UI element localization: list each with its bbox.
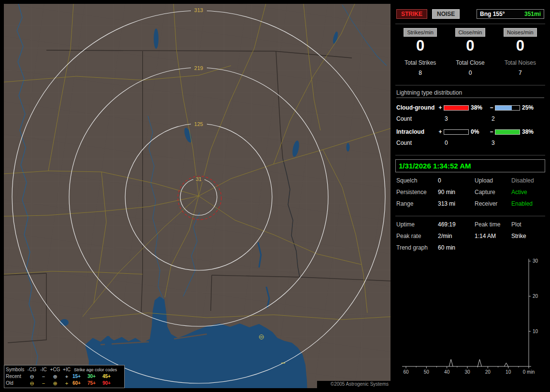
age-code-15: 15+ xyxy=(72,373,87,380)
session-row-1: Uptime 469:19 Peak time Plot xyxy=(396,221,544,228)
peak-time-label: Peak time xyxy=(475,221,511,228)
age-code-60: 60+ xyxy=(72,380,87,387)
neg-ic-recent-icon: − xyxy=(38,373,49,380)
neg-cg-old-icon: ⊖ xyxy=(26,380,38,387)
pos-cg-old-icon: ⊕ xyxy=(49,380,61,387)
range-ring-label: 219 xyxy=(194,65,203,71)
count-label: Count xyxy=(396,140,445,146)
age-code-90: 90+ xyxy=(102,380,117,387)
capture-label: Capture xyxy=(475,189,511,196)
trend-spike xyxy=(449,359,453,366)
legend-col-neg-cg: -CG xyxy=(26,366,38,373)
trend-window-value: 60 min xyxy=(438,244,475,251)
legend-recent-row: Recent ⊖ − ⊕ + 15+ 30+ 45+ xyxy=(6,373,123,380)
legend-header-row: Symbols -CG -IC +CG +IC Strike age color… xyxy=(6,366,123,373)
total-noises-value: 7 xyxy=(495,70,545,76)
lake xyxy=(154,28,159,49)
ic-negative-pct: 38% xyxy=(522,128,539,135)
total-close-label: Total Close xyxy=(445,59,495,66)
plus-sign: + xyxy=(437,128,444,135)
peak-time-value: 1:14 AM xyxy=(475,233,511,239)
neg-cg-recent-icon: ⊖ xyxy=(26,373,38,380)
ic-positive-bar xyxy=(444,129,469,135)
x-tick-label: 10 xyxy=(506,369,511,375)
persistence-label: Persistence xyxy=(396,189,438,196)
distribution-title: Lightning type distribution xyxy=(396,89,544,98)
range-ring-label: 313 xyxy=(194,7,203,13)
strikes-per-min-value: 0 xyxy=(395,37,445,55)
capture-status: Active xyxy=(511,189,544,196)
noise-toggle-button[interactable]: NOISE xyxy=(432,9,460,19)
status-row-range: Range 313 mi Receiver Enabled xyxy=(396,200,544,207)
upload-label: Upload xyxy=(475,177,511,184)
ic-negative-count: 3 xyxy=(492,140,495,146)
x-tick-label: 40 xyxy=(444,369,450,375)
total-close-value: 0 xyxy=(445,70,495,76)
bearing-range-value: 351mi xyxy=(524,11,541,17)
uptime-value: 469:19 xyxy=(438,221,475,228)
uptime-label: Uptime xyxy=(396,221,438,228)
receiver-status: Enabled xyxy=(511,200,544,207)
close-per-min-chip[interactable]: Close/min xyxy=(455,28,486,37)
age-code-45: 45+ xyxy=(102,373,117,380)
pos-ic-old-icon: + xyxy=(61,380,72,387)
count-label: Count xyxy=(396,115,445,122)
age-code-30: 30+ xyxy=(87,373,102,380)
range-ring-label: 31 xyxy=(196,176,202,182)
trend-spike xyxy=(504,363,508,366)
range-label: Range xyxy=(396,200,438,207)
cg-count-row: Count 3 2 xyxy=(396,115,544,122)
legend-symbols-label: Symbols xyxy=(6,366,26,373)
range-ring-label: 125 xyxy=(194,121,203,127)
total-noises-label: Total Noises xyxy=(495,59,545,66)
noises-per-min-value: 0 xyxy=(495,37,545,55)
divider xyxy=(395,216,545,216)
strike-toggle-button[interactable]: STRIKE xyxy=(396,9,427,19)
lake xyxy=(105,336,112,351)
cg-positive-bar-fill xyxy=(444,106,468,110)
map-legend: Symbols -CG -IC +CG +IC Strike age color… xyxy=(4,365,125,388)
lightning-map[interactable]: 313 219 125 31 Symbols -CG -IC +CG +IC S… xyxy=(4,4,391,388)
age-code-75: 75+ xyxy=(87,380,102,387)
cg-positive-bar xyxy=(444,105,469,111)
cg-negative-pct: 25% xyxy=(522,104,539,111)
cg-negative-count: 2 xyxy=(492,115,495,122)
cloud-ground-row: Cloud-ground + 38% − 25% xyxy=(396,104,544,111)
plus-sign: + xyxy=(437,104,444,111)
range-value: 313 mi xyxy=(438,200,475,207)
x-tick-label: 50 xyxy=(424,369,430,375)
copyright-credit: ©2005 Astrogenic Systems xyxy=(317,381,391,388)
plot-value: Strike xyxy=(511,233,544,239)
ic-count-row: Count 0 3 xyxy=(396,140,544,146)
close-counter: Close/min 0 Total Close 0 xyxy=(445,28,495,76)
ic-positive-pct: 0% xyxy=(471,128,488,135)
cloud-ground-label: Cloud-ground xyxy=(396,104,437,111)
neg-ic-old-icon: − xyxy=(38,380,49,387)
receiver-label: Receiver xyxy=(475,200,511,207)
ic-negative-bar-fill xyxy=(495,130,520,134)
cg-positive-pct: 38% xyxy=(471,104,488,111)
strikes-counter: Strikes/min 0 Total Strikes 8 xyxy=(395,28,445,76)
legend-old-label: Old xyxy=(6,380,26,387)
close-per-min-value: 0 xyxy=(445,37,495,55)
upload-status: Disabled xyxy=(511,177,544,184)
control-panel: STRIKE NOISE Bng 155° 351mi Strikes/min … xyxy=(394,4,546,388)
plot-label: Plot xyxy=(511,221,544,228)
map-canvas[interactable]: 313 219 125 31 xyxy=(4,4,391,388)
total-strikes-label: Total Strikes xyxy=(395,59,445,66)
noises-per-min-chip[interactable]: Noises/min xyxy=(504,28,536,37)
strikes-per-min-chip[interactable]: Strikes/min xyxy=(404,28,436,37)
x-tick-label: 60 xyxy=(403,369,409,375)
cg-positive-count: 3 xyxy=(445,115,492,122)
intracloud-label: Intracloud xyxy=(396,128,437,135)
status-row-persistence: Persistence 90 min Capture Active xyxy=(396,189,544,196)
ic-negative-bar xyxy=(495,129,520,135)
lake xyxy=(60,319,69,326)
minus-sign: − xyxy=(488,104,495,111)
session-row-2: Peak rate 2/min 1:14 AM Strike xyxy=(396,233,544,239)
bearing-range-display: Bng 155° 351mi xyxy=(477,9,544,19)
trend-spike xyxy=(478,359,481,366)
lake xyxy=(347,143,350,152)
divider xyxy=(395,85,545,85)
cg-negative-bar-fill xyxy=(495,106,512,110)
